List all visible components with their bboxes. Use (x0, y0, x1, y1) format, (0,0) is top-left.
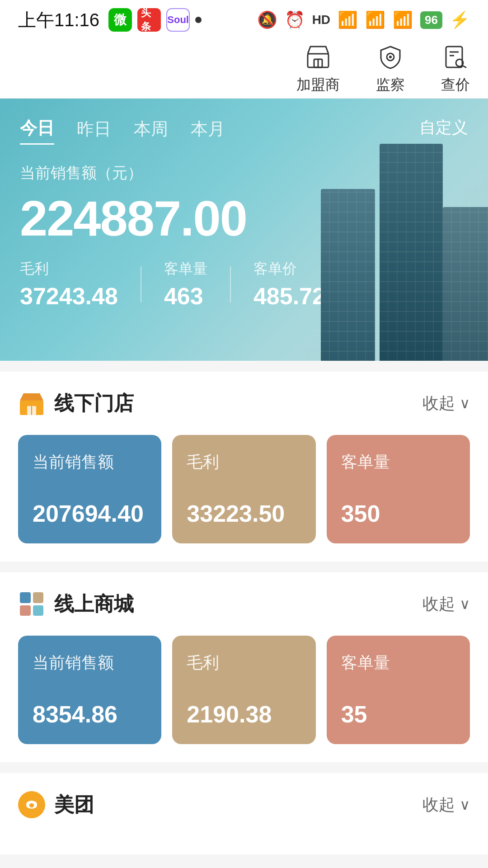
offline-orders-label: 客单量 (341, 451, 455, 473)
offline-store-collapse[interactable]: 收起 ∨ (422, 392, 470, 415)
nav-item-franchiser[interactable]: 加盟商 (296, 43, 340, 95)
tab-this-week[interactable]: 本周 (134, 118, 168, 144)
status-app-icons: 微 头条 Soul (108, 8, 202, 32)
hero-banner: 今日 昨日 本周 本月 自定义 当前销售额（元） 224887.00 毛利 37… (0, 99, 488, 361)
notification-dot (195, 17, 202, 23)
order-count-value: 463 (164, 283, 207, 310)
offline-sales-card: 当前销售额 207694.40 (18, 435, 161, 543)
charging-icon: ⚡ (450, 10, 470, 29)
building-right (443, 207, 488, 361)
nav-item-price-check[interactable]: 查价 (441, 43, 470, 95)
top-navigation: 加盟商 监察 查价 (0, 40, 488, 99)
shield-icon (377, 43, 404, 71)
online-profit-card: 毛利 2190.38 (172, 636, 315, 744)
building-center (380, 144, 443, 361)
offline-orders-value: 350 (341, 500, 455, 527)
offline-sales-value: 207694.40 (33, 500, 147, 527)
metric-gross-profit: 毛利 37243.48 (20, 259, 118, 310)
meituan-title: 美团 (54, 792, 94, 818)
offline-sales-label: 当前销售额 (33, 451, 147, 473)
offline-store-icon (18, 390, 45, 417)
gross-profit-value: 37243.48 (20, 283, 118, 310)
online-orders-value: 35 (341, 701, 455, 728)
soul-app-icon: Soul (166, 8, 190, 32)
monitor-label: 监察 (376, 75, 405, 95)
offline-store-section: 线下门店 收起 ∨ 当前销售额 207694.40 毛利 33223.50 客单… (0, 372, 488, 561)
metric-order-count: 客单量 463 (164, 259, 207, 310)
alarm-icon: ⏰ (285, 10, 305, 29)
franchiser-label: 加盟商 (296, 75, 340, 95)
building-left (321, 189, 375, 361)
meituan-section: 美团 收起 ∨ (0, 773, 488, 854)
store-icon (305, 43, 332, 71)
signal-icon: 📶 (338, 10, 358, 29)
offline-store-title: 线下门店 (54, 390, 134, 417)
meituan-icon (18, 791, 45, 818)
tab-this-month[interactable]: 本月 (191, 118, 225, 144)
online-profit-label: 毛利 (187, 652, 301, 674)
online-mall-icon (18, 590, 45, 618)
status-bar: 上午11:16 微 头条 Soul 🔕 ⏰ HD 📶 📶 📶 96 ⚡ (0, 0, 488, 40)
search-doc-icon (442, 43, 469, 71)
offline-store-title-group: 线下门店 (18, 390, 134, 417)
online-orders-card: 客单量 35 (327, 636, 470, 744)
nav-item-monitor[interactable]: 监察 (376, 43, 405, 95)
offline-profit-value: 33223.50 (187, 500, 301, 527)
mute-icon: 🔕 (257, 10, 277, 29)
online-sales-card: 当前销售额 8354.86 (18, 636, 161, 744)
online-sales-value: 8354.86 (33, 701, 147, 728)
online-orders-label: 客单量 (341, 652, 455, 674)
tab-yesterday[interactable]: 昨日 (77, 118, 111, 144)
online-mall-collapse[interactable]: 收起 ∨ (422, 593, 470, 615)
signal2-icon: 📶 (365, 10, 385, 29)
offline-profit-label: 毛利 (187, 451, 301, 473)
wechat-app-icon: 微 (108, 8, 132, 32)
offline-store-cards: 当前销售额 207694.40 毛利 33223.50 客单量 350 (18, 435, 470, 543)
wifi-icon: 📶 (393, 10, 413, 29)
online-mall-title: 线上商城 (54, 591, 134, 618)
order-count-label: 客单量 (164, 259, 207, 279)
svg-rect-4 (446, 47, 462, 67)
toutiao-app-icon: 头条 (137, 8, 161, 32)
online-collapse-chevron: ∨ (460, 595, 470, 613)
status-system-icons: 🔕 ⏰ HD 📶 📶 📶 96 ⚡ (257, 10, 470, 29)
meituan-collapse[interactable]: 收起 ∨ (422, 794, 470, 816)
gross-profit-label: 毛利 (20, 259, 118, 279)
online-mall-title-group: 线上商城 (18, 590, 134, 618)
online-mall-section: 线上商城 收起 ∨ 当前销售额 8354.86 毛利 2190.38 客单量 3… (0, 572, 488, 762)
offline-collapse-chevron: ∨ (460, 395, 470, 412)
tab-today[interactable]: 今日 (20, 117, 54, 145)
offline-orders-card: 客单量 350 (327, 435, 470, 543)
online-profit-value: 2190.38 (187, 701, 301, 728)
meituan-title-group: 美团 (18, 791, 94, 818)
metric-divider-1 (141, 266, 141, 302)
meituan-header: 美团 收起 ∨ (18, 791, 470, 818)
buildings-illustration (307, 126, 488, 361)
svg-point-3 (389, 56, 392, 58)
meituan-collapse-chevron: ∨ (460, 796, 470, 813)
offline-collapse-label: 收起 (422, 392, 455, 415)
meituan-collapse-label: 收起 (422, 794, 455, 816)
online-sales-label: 当前销售额 (33, 652, 147, 674)
status-time: 上午11:16 (18, 8, 99, 33)
battery-icon: 96 (420, 11, 442, 29)
hd-icon: HD (312, 13, 330, 27)
offline-store-header: 线下门店 收起 ∨ (18, 390, 470, 417)
online-mall-cards: 当前销售额 8354.86 毛利 2190.38 客单量 35 (18, 636, 470, 744)
offline-profit-card: 毛利 33223.50 (172, 435, 315, 543)
metric-divider-2 (230, 266, 231, 302)
online-collapse-label: 收起 (422, 593, 455, 615)
online-mall-header: 线上商城 收起 ∨ (18, 590, 470, 618)
price-check-label: 查价 (441, 75, 470, 95)
